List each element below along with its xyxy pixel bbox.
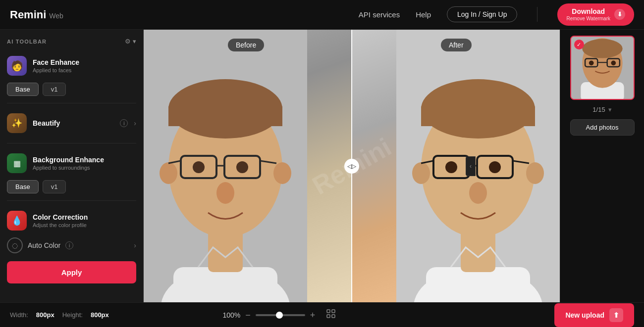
logo: Remini Web	[10, 8, 63, 21]
add-photos-button[interactable]: Add photos	[570, 119, 635, 136]
zoom-percentage: 100%	[218, 311, 240, 319]
bg-enhance-sub: Applied to surroundings	[33, 165, 136, 171]
chevron-down-icon: ▾	[133, 38, 136, 45]
svg-point-43	[611, 60, 616, 65]
svg-point-15	[236, 161, 248, 173]
thumbnail-card[interactable]: ✓	[570, 36, 635, 100]
svg-rect-6	[168, 106, 282, 126]
fullscreen-button[interactable]	[326, 309, 336, 321]
toolbar-title: AI TOOLBAR	[7, 39, 47, 45]
ai-toolbar-sidebar: AI TOOLBAR ⚙ ▾ 🧑 Face Enhance Applied to…	[0, 30, 144, 302]
photo-after	[352, 30, 560, 302]
toolbar-settings[interactable]: ⚙ ▾	[125, 38, 136, 45]
bg-enhance-label: Background Enhance Applied to surroundin…	[33, 156, 136, 171]
svg-rect-19	[426, 267, 530, 302]
after-label: After	[441, 39, 472, 51]
width-label: Width:	[10, 311, 28, 319]
auto-color-row: ◌ Auto Color i ›	[7, 234, 136, 257]
svg-point-32	[489, 161, 501, 173]
height-label: Height:	[62, 311, 83, 319]
zoom-in-button[interactable]: +	[310, 311, 316, 320]
pagination-text: 1/15	[592, 106, 605, 113]
download-icon: ⬇	[614, 9, 625, 20]
bg-enhance-buttons: Base v1	[7, 180, 136, 193]
svg-rect-23	[421, 106, 535, 126]
svg-rect-44	[327, 310, 330, 313]
apply-button[interactable]: Apply	[7, 261, 136, 283]
svg-rect-46	[327, 315, 330, 318]
svg-point-7	[160, 162, 177, 184]
beautify-info-icon[interactable]: i	[120, 119, 128, 127]
header: Remini Web API services Help Log In / Si…	[0, 0, 644, 30]
new-upload-label: New upload	[565, 311, 604, 319]
svg-rect-45	[332, 310, 335, 313]
svg-point-31	[445, 161, 457, 173]
panel-toggle-button[interactable]: ‹	[466, 156, 476, 176]
face-enhance-label: Face Enhance Applied to faces	[33, 58, 136, 73]
beautify-icon: ✨	[7, 113, 27, 133]
photo-container: Remini ◁▷ Before After	[144, 30, 560, 302]
download-label: Download	[566, 7, 610, 16]
svg-point-33	[469, 182, 487, 204]
bg-enhance-icon: ▦	[7, 153, 27, 173]
face-enhance-v1-button[interactable]: v1	[43, 83, 66, 96]
before-label: Before	[228, 39, 264, 51]
nav-help[interactable]: Help	[416, 10, 431, 19]
face-enhance-section: 🧑 Face Enhance Applied to faces Base v1	[7, 53, 136, 103]
face-enhance-buttons: Base v1	[7, 83, 136, 96]
zoom-out-button[interactable]: −	[245, 311, 251, 320]
split-handle[interactable]: ◁▷	[344, 159, 359, 174]
main-layout: AI TOOLBAR ⚙ ▾ 🧑 Face Enhance Applied to…	[0, 30, 644, 302]
svg-point-8	[273, 162, 291, 184]
logo-name: Remini	[10, 8, 46, 21]
svg-rect-2	[173, 267, 277, 302]
bg-enhance-item: ▦ Background Enhance Applied to surround…	[7, 150, 136, 176]
auto-color-icon[interactable]: ◌	[7, 237, 23, 253]
svg-rect-47	[332, 315, 335, 318]
bg-enhance-base-button[interactable]: Base	[7, 180, 39, 193]
beautify-chevron-icon[interactable]: ›	[134, 119, 136, 127]
nav-api[interactable]: API services	[359, 10, 400, 19]
gear-icon: ⚙	[125, 38, 131, 45]
bg-enhance-v1-button[interactable]: v1	[43, 180, 66, 193]
color-correction-name: Color Correction	[33, 213, 136, 221]
download-button[interactable]: Download Remove Watermark ⬇	[557, 3, 634, 26]
zoom-controls: 100% − +	[218, 309, 336, 321]
beautify-section: ✨ Beautify i ›	[7, 110, 136, 143]
upload-icon: ⬆	[609, 308, 623, 322]
beautify-name: Beautify	[33, 119, 114, 127]
auto-color-info-icon[interactable]: i	[65, 241, 73, 249]
zoom-slider[interactable]	[256, 314, 305, 316]
color-correction-section: 💧 Color Correction Adjust the color prof…	[7, 208, 136, 290]
new-upload-button[interactable]: New upload ⬆	[554, 303, 634, 327]
bg-enhance-section: ▦ Background Enhance Applied to surround…	[7, 150, 136, 201]
width-value: 800px	[36, 311, 54, 319]
color-correction-label: Color Correction Adjust the color profil…	[33, 213, 136, 228]
photo-before	[144, 30, 352, 302]
face-enhance-name: Face Enhance	[33, 58, 136, 66]
bottom-bar: Width: 800px Height: 800px 100% − + New …	[0, 302, 644, 327]
face-enhance-sub: Applied to faces	[33, 67, 136, 73]
auto-color-chevron-icon[interactable]: ›	[134, 241, 136, 249]
bg-enhance-name: Background Enhance	[33, 156, 136, 164]
color-correction-sub: Adjust the color profile	[33, 222, 136, 228]
svg-point-16	[216, 182, 234, 204]
beautify-item[interactable]: ✨ Beautify i ›	[7, 110, 136, 136]
toolbar-header: AI TOOLBAR ⚙ ▾	[7, 38, 136, 45]
header-nav: API services Help Log In / Sign Up Downl…	[359, 3, 634, 26]
face-enhance-item: 🧑 Face Enhance Applied to faces	[7, 53, 136, 79]
face-enhance-icon: 🧑	[7, 56, 27, 76]
face-enhance-base-button[interactable]: Base	[7, 83, 39, 96]
login-button[interactable]: Log In / Sign Up	[447, 6, 517, 22]
right-panel: ✓ 1/15 ▾ Add pho	[560, 30, 644, 302]
auto-color-label: Auto Color	[28, 241, 60, 249]
thumbnail-check-icon: ✓	[574, 40, 584, 49]
svg-point-38	[582, 39, 622, 58]
svg-point-42	[589, 60, 593, 65]
svg-point-24	[412, 162, 430, 184]
logo-suffix: Web	[49, 12, 63, 20]
header-divider	[537, 7, 537, 22]
beautify-label: Beautify	[33, 119, 114, 127]
color-correction-item: 💧 Color Correction Adjust the color prof…	[7, 208, 136, 234]
pagination-arrow[interactable]: ▾	[608, 106, 612, 113]
